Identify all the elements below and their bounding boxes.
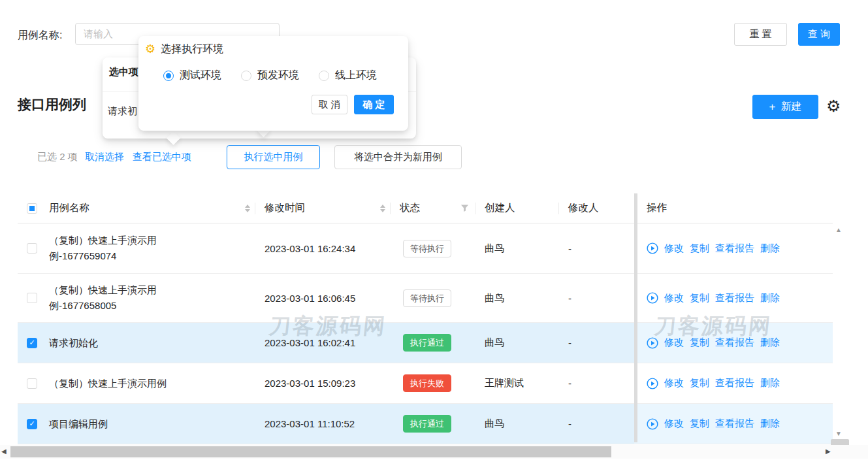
row-checkbox[interactable] <box>27 378 37 389</box>
new-case-label: 新建 <box>780 100 801 114</box>
sort-icon[interactable] <box>245 205 250 212</box>
table-row[interactable]: ✓ 项目编辑用例 2023-03-01 11:10:52 执行通过 曲鸟 - 修… <box>18 404 833 444</box>
modified-time: 2023-03-01 16:02:41 <box>265 337 355 348</box>
row-action-link[interactable]: 复制 <box>690 418 709 429</box>
input-placeholder: 请输入 <box>84 28 113 41</box>
radio-prod-env[interactable]: 线上环境 <box>319 69 377 82</box>
case-name: （复制）快速上手演示用例 <box>49 367 167 400</box>
scroll-right-arrow[interactable]: ▶ <box>826 448 831 455</box>
selected-count: 已选 2 项 <box>37 151 78 163</box>
env-popover-title: 选择执行环境 <box>161 42 223 56</box>
creator: 曲鸟 <box>485 242 504 254</box>
modifier: - <box>568 418 571 429</box>
modifier: - <box>568 293 571 304</box>
row-actions: 修改复制查看报告删除 <box>664 337 786 349</box>
table-header: 用例名称 修改时间 状态 创建人 修改人 操作 <box>18 193 833 223</box>
query-button[interactable]: 查 询 <box>798 23 840 46</box>
case-name: （复制）快速上手演示用例-1677659074 <box>49 224 168 272</box>
row-action-link[interactable]: 删除 <box>760 418 780 429</box>
col-modified: 修改时间 <box>265 201 305 215</box>
row-action-link[interactable]: 查看报告 <box>715 292 754 303</box>
status-badge: 等待执行 <box>403 240 451 257</box>
play-icon[interactable] <box>647 292 658 304</box>
row-action-link[interactable]: 修改 <box>664 377 684 388</box>
merge-selected-button[interactable]: 将选中合并为新用例 <box>334 145 462 169</box>
env-popover: ⚙ 选择执行环境 测试环境 预发环境 线上环境 取 消 确 定 <box>138 36 408 131</box>
row-checkbox[interactable] <box>27 293 37 303</box>
radio-icon[interactable] <box>319 71 329 81</box>
row-action-link[interactable]: 修改 <box>664 418 684 429</box>
row-action-link[interactable]: 删除 <box>760 337 780 348</box>
table-row[interactable]: ✓ 请求初始化 2023-03-01 16:02:41 执行通过 曲鸟 - 修改… <box>18 323 833 363</box>
play-icon[interactable] <box>647 242 658 254</box>
row-action-link[interactable]: 查看报告 <box>715 377 754 388</box>
col-modifier: 修改人 <box>568 201 599 215</box>
select-all-checkbox[interactable] <box>27 203 37 214</box>
sort-icon[interactable] <box>380 205 385 212</box>
status-badge: 执行通过 <box>403 334 451 352</box>
row-action-link[interactable]: 复制 <box>690 337 709 348</box>
row-actions: 修改复制查看报告删除 <box>664 292 786 304</box>
row-checkbox[interactable]: ✓ <box>27 419 37 429</box>
modified-time: 2023-03-01 15:09:23 <box>265 378 355 389</box>
row-action-link[interactable]: 修改 <box>664 292 684 303</box>
status-badge: 等待执行 <box>403 289 451 307</box>
table-row[interactable]: （复制）快速上手演示用例-1677658005 2023-03-01 16:06… <box>18 274 833 323</box>
confirm-button[interactable]: 确 定 <box>354 95 394 114</box>
creator: 曲鸟 <box>485 418 504 429</box>
row-actions: 修改复制查看报告删除 <box>664 418 786 430</box>
case-name: 项目编辑用例 <box>49 408 108 440</box>
radio-test-env[interactable]: 测试环境 <box>163 69 221 82</box>
cancel-button[interactable]: 取 消 <box>312 95 347 114</box>
col-actions: 操作 <box>647 201 667 215</box>
fixed-column-divider <box>634 193 637 442</box>
col-creator: 创建人 <box>485 201 515 215</box>
creator: 曲鸟 <box>485 292 504 303</box>
row-action-link[interactable]: 复制 <box>690 292 709 303</box>
scroll-left-arrow[interactable]: ◀ <box>1 448 7 455</box>
row-action-link[interactable]: 复制 <box>690 377 709 388</box>
case-name: （复制）快速上手演示用例-1677658005 <box>49 274 168 322</box>
play-icon[interactable] <box>647 378 658 389</box>
status-badge: 执行失败 <box>403 374 451 392</box>
col-name: 用例名称 <box>49 201 89 215</box>
table-row[interactable]: （复制）快速上手演示用例-1677659074 2023-03-01 16:24… <box>18 223 833 274</box>
row-action-link[interactable]: 查看报告 <box>715 242 754 254</box>
radio-staging-env[interactable]: 预发环境 <box>241 69 299 82</box>
row-action-link[interactable]: 修改 <box>664 337 684 348</box>
row-checkbox[interactable]: ✓ <box>27 338 37 348</box>
row-action-link[interactable]: 修改 <box>664 242 684 254</box>
selected-popover-item: 请求初 <box>108 105 137 118</box>
row-checkbox[interactable] <box>27 243 37 254</box>
row-action-link[interactable]: 查看报告 <box>715 418 754 429</box>
horizontal-scrollbar-thumb[interactable] <box>10 446 611 457</box>
case-table: 用例名称 修改时间 状态 创建人 修改人 操作 （复制）快速上手演示用例-167… <box>18 193 833 444</box>
case-name: 请求初始化 <box>49 327 98 359</box>
radio-icon[interactable] <box>241 71 251 81</box>
row-action-link[interactable]: 查看报告 <box>715 337 754 348</box>
table-row[interactable]: （复制）快速上手演示用例 2023-03-01 15:09:23 执行失败 王牌… <box>18 363 833 404</box>
row-action-link[interactable]: 删除 <box>760 242 780 254</box>
row-action-link[interactable]: 删除 <box>760 292 780 303</box>
col-status: 状态 <box>400 201 420 215</box>
row-action-link[interactable]: 删除 <box>760 377 780 388</box>
settings-gear-icon[interactable]: ⚙ <box>826 97 841 116</box>
row-action-link[interactable]: 复制 <box>690 242 709 254</box>
reset-button[interactable]: 重 置 <box>734 23 787 46</box>
run-selected-button[interactable]: 执行选中用例 <box>227 145 320 169</box>
filter-icon[interactable] <box>460 204 469 212</box>
play-icon[interactable] <box>647 418 658 430</box>
new-case-button[interactable]: + 新建 <box>752 95 818 119</box>
env-gear-icon: ⚙ <box>145 42 155 56</box>
cancel-selection-link[interactable]: 取消选择 <box>85 151 124 163</box>
scroll-down-arrow[interactable]: ▼ <box>835 430 842 437</box>
play-icon[interactable] <box>647 337 658 349</box>
table-body: （复制）快速上手演示用例-1677659074 2023-03-01 16:24… <box>18 223 833 444</box>
view-selected-link[interactable]: 查看已选中项 <box>133 151 191 163</box>
case-name-label: 用例名称: <box>18 29 62 42</box>
row-actions: 修改复制查看报告删除 <box>664 377 786 389</box>
status-badge: 执行通过 <box>403 415 451 433</box>
creator: 曲鸟 <box>485 337 504 348</box>
scroll-up-arrow[interactable]: ▲ <box>835 226 842 233</box>
radio-icon-checked[interactable] <box>163 71 174 81</box>
